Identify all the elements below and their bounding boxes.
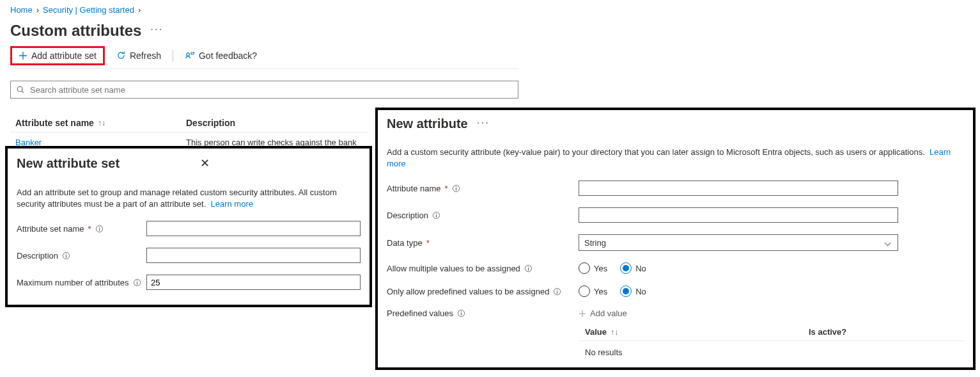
radio-icon <box>579 285 590 297</box>
panel-attr-description: Add a custom security attribute (key-val… <box>387 147 964 169</box>
svg-point-12 <box>455 186 456 187</box>
chevron-right-icon: › <box>36 5 39 15</box>
svg-point-0 <box>187 52 190 56</box>
attr-type-label: Data type <box>387 238 423 248</box>
svg-point-18 <box>528 266 529 267</box>
plus-icon <box>19 51 27 60</box>
new-attribute-title: New attribute <box>387 116 468 131</box>
radio-icon <box>620 262 632 274</box>
refresh-label: Refresh <box>130 51 161 61</box>
panel-set-description: Add an attribute set to group and manage… <box>17 187 361 209</box>
feedback-icon <box>185 51 195 61</box>
svg-point-24 <box>461 311 462 312</box>
add-attribute-set-highlight: Add attribute set <box>10 46 105 65</box>
data-type-value: String <box>584 238 606 248</box>
attr-desc-label: Description <box>387 211 428 220</box>
required-indicator: * <box>445 184 448 193</box>
data-type-select[interactable]: String <box>579 234 898 251</box>
required-indicator: * <box>88 224 91 234</box>
predef-no-radio[interactable]: No <box>620 285 646 297</box>
breadcrumb-security[interactable]: Security | Getting started <box>43 5 134 15</box>
close-button[interactable]: ✕ <box>196 155 214 172</box>
multi-no-radio[interactable]: No <box>620 262 646 274</box>
attribute-name-input[interactable] <box>579 180 898 196</box>
attr-name-label: Attribute name <box>387 184 441 193</box>
svg-rect-19 <box>528 268 529 270</box>
more-icon[interactable]: ··· <box>150 29 163 32</box>
set-name-label: Attribute set name <box>17 224 84 234</box>
breadcrumb: Home › Security | Getting started › <box>10 3 970 17</box>
pv-column-value[interactable]: Value ↑↓ <box>579 327 809 337</box>
attribute-desc-input[interactable] <box>579 207 898 223</box>
radio-icon <box>579 262 590 274</box>
svg-rect-10 <box>137 282 137 284</box>
toolbar: Add attribute set Refresh Got feedback? <box>10 46 518 69</box>
svg-rect-22 <box>557 291 557 293</box>
svg-rect-13 <box>456 188 456 190</box>
add-attribute-set-button[interactable]: Add attribute set <box>16 49 99 62</box>
svg-point-9 <box>136 280 137 281</box>
search-input[interactable] <box>29 84 513 95</box>
info-icon[interactable] <box>553 287 561 296</box>
column-header-name[interactable]: Attribute set name ↑↓ <box>10 118 173 128</box>
sort-icon: ↑↓ <box>98 118 105 127</box>
attribute-set-desc-input[interactable] <box>146 248 361 263</box>
plus-icon <box>579 310 586 317</box>
search-box[interactable] <box>10 81 518 99</box>
svg-point-6 <box>66 253 66 254</box>
chevron-down-icon <box>885 239 891 246</box>
radio-label-yes: Yes <box>594 264 607 273</box>
attribute-set-max-input[interactable] <box>146 275 361 290</box>
refresh-button[interactable]: Refresh <box>114 49 164 62</box>
add-value-label: Add value <box>590 309 627 318</box>
svg-point-21 <box>557 289 557 290</box>
panel-set-desc-text: Add an attribute set to group and manage… <box>17 188 337 209</box>
svg-point-15 <box>436 213 437 214</box>
learn-more-link[interactable]: Learn more <box>211 199 253 209</box>
refresh-icon <box>116 51 126 60</box>
more-icon[interactable]: ··· <box>477 123 490 125</box>
svg-rect-7 <box>66 255 66 257</box>
svg-rect-16 <box>436 214 437 217</box>
set-desc-label: Description <box>17 251 58 261</box>
radio-label-no: No <box>635 287 646 296</box>
info-icon[interactable] <box>133 278 141 287</box>
info-icon[interactable] <box>452 184 460 193</box>
sort-icon: ↑↓ <box>611 328 618 337</box>
svg-point-1 <box>17 86 22 92</box>
feedback-label: Got feedback? <box>199 51 257 61</box>
attribute-set-name-input[interactable] <box>146 221 361 236</box>
new-attribute-set-panel: New attribute set ✕ Add an attribute set… <box>5 146 372 307</box>
new-attribute-panel: New attribute ··· Add a custom security … <box>375 108 976 370</box>
column-header-desc-label: Description <box>186 118 235 128</box>
pv-no-results: No results <box>579 341 964 364</box>
radio-label-yes: Yes <box>594 287 607 296</box>
toolbar-separator <box>173 50 173 61</box>
breadcrumb-home[interactable]: Home <box>10 5 33 15</box>
page-title: Custom attributes <box>10 22 141 40</box>
info-icon[interactable] <box>95 225 104 233</box>
svg-point-3 <box>98 227 99 227</box>
radio-label-no: No <box>635 264 646 273</box>
multi-yes-radio[interactable]: Yes <box>579 262 607 274</box>
search-icon <box>16 85 25 94</box>
attr-multi-label: Allow multiple values to be assigned <box>387 264 520 273</box>
feedback-button[interactable]: Got feedback? <box>182 49 260 62</box>
svg-rect-4 <box>98 228 99 230</box>
info-icon[interactable] <box>62 252 70 260</box>
chevron-right-icon: › <box>138 5 141 15</box>
column-header-name-label: Attribute set name <box>15 118 94 128</box>
pv-column-active[interactable]: Is active? <box>809 327 964 337</box>
radio-icon <box>620 285 632 297</box>
svg-rect-25 <box>461 313 462 316</box>
set-max-label: Maximum number of attributes <box>17 278 129 287</box>
pv-col-value-label: Value <box>585 327 607 337</box>
predef-yes-radio[interactable]: Yes <box>579 285 607 297</box>
info-icon[interactable] <box>524 264 533 273</box>
pv-col-active-label: Is active? <box>809 327 846 337</box>
info-icon[interactable] <box>432 211 440 220</box>
new-attribute-set-title: New attribute set <box>17 156 120 171</box>
info-icon[interactable] <box>457 309 465 317</box>
column-header-description[interactable]: Description <box>173 118 368 128</box>
add-value-button[interactable]: Add value <box>579 309 964 318</box>
